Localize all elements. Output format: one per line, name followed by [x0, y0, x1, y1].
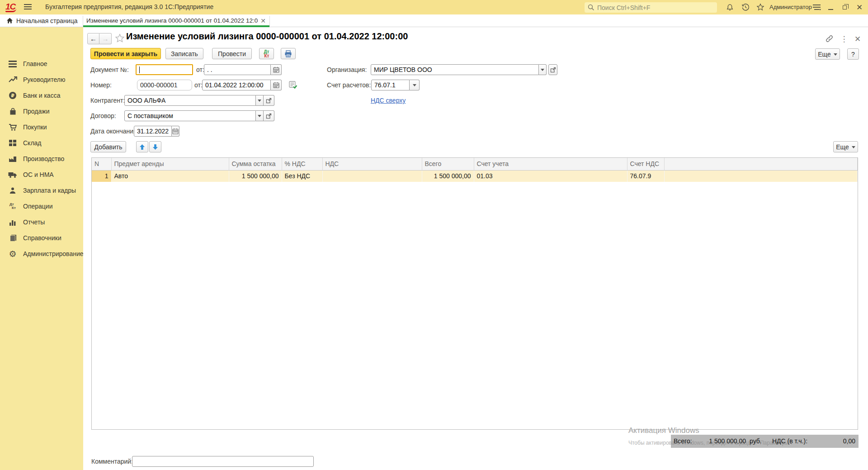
tab-active-document[interactable]: Изменение условий лизинга 0000-000001 от…: [83, 14, 269, 27]
end-date-input[interactable]: 31.12.2022: [134, 126, 179, 137]
cell-account[interactable]: 01.03: [474, 170, 627, 182]
add-to-favorites-star-icon[interactable]: [115, 33, 125, 44]
cell-vat-account[interactable]: 76.07.9: [627, 170, 664, 182]
write-label: Записать: [171, 50, 198, 57]
calendar-button[interactable]: [271, 64, 282, 75]
doc-no-input[interactable]: [136, 64, 193, 75]
dropdown-button[interactable]: [256, 95, 264, 106]
vat-mode-link[interactable]: НДС сверху: [371, 97, 406, 104]
end-date-value: 31.12.2022: [134, 126, 172, 137]
books-icon: [8, 233, 17, 242]
doc-date-input[interactable]: . .: [204, 64, 282, 75]
sidebar-item-sales[interactable]: Продажи: [0, 104, 83, 119]
favorites-star-icon[interactable]: [756, 3, 765, 12]
number-input[interactable]: 0000-000001: [137, 80, 192, 90]
col-lease-subject[interactable]: Предмет аренды: [111, 158, 229, 170]
more-button-table[interactable]: Еще: [833, 141, 858, 152]
col-total[interactable]: Всего: [422, 158, 474, 170]
more-dots-icon[interactable]: ⋮: [839, 34, 849, 44]
close-icon: ✕: [856, 4, 863, 11]
cell-empty[interactable]: [664, 170, 858, 182]
settlement-account-combo[interactable]: 76.07.1: [371, 80, 420, 90]
cell-balance-amount[interactable]: 1 500 000,00: [229, 170, 282, 182]
tab-home-label: Начальная страница: [16, 17, 77, 24]
sidebar-item-main[interactable]: Главное: [0, 56, 83, 71]
contract-combo[interactable]: С поставщиком: [124, 110, 274, 121]
minimize-button[interactable]: [824, 0, 837, 14]
windows-activation-watermark-line1: Активация Windows: [628, 426, 699, 435]
sections-panel: Главное Руководителю ₽ Банк и касса Прод…: [0, 27, 83, 470]
dropdown-button[interactable]: [539, 64, 547, 75]
sidebar-item-purchases[interactable]: Покупки: [0, 119, 83, 135]
sidebar-item-operations[interactable]: ДтКт Операции: [0, 199, 83, 214]
move-row-down-button[interactable]: [149, 141, 161, 152]
chevron-down-icon: [258, 100, 261, 104]
table-row[interactable]: 1 Авто 1 500 000,00 Без НДС 1 500 000,00…: [92, 170, 858, 182]
tab-active-label: Изменение условий лизинга 0000-000001 от…: [86, 17, 258, 24]
user-menu-icon[interactable]: [812, 3, 821, 12]
col-balance-amount[interactable]: Сумма остатка: [229, 158, 282, 170]
cell-total[interactable]: 1 500 000,00: [422, 170, 474, 182]
dropdown-button[interactable]: [410, 80, 420, 90]
write-button[interactable]: Записать: [165, 48, 203, 59]
col-account[interactable]: Счет учета: [474, 158, 627, 170]
help-button[interactable]: ?: [847, 48, 859, 60]
calendar-button[interactable]: [271, 80, 282, 90]
sidebar-item-production[interactable]: Производство: [0, 151, 83, 166]
history-icon[interactable]: [741, 3, 750, 12]
dropdown-button[interactable]: [256, 110, 264, 121]
global-search-input[interactable]: Поиск Ctrl+Shift+F: [585, 2, 717, 13]
organization-value: МИР ЦВЕТОВ ООО: [371, 64, 539, 75]
sidebar-item-warehouse[interactable]: Склад: [0, 135, 83, 151]
more-button-top[interactable]: Еще: [815, 48, 840, 60]
col-vat[interactable]: НДС: [322, 158, 422, 170]
open-button[interactable]: [548, 64, 557, 75]
current-user[interactable]: Администратор: [769, 4, 812, 10]
cell-vat-rate[interactable]: Без НДС: [282, 170, 322, 182]
sidebar-item-reports[interactable]: Отчеты: [0, 214, 83, 230]
close-window-button[interactable]: ✕: [853, 0, 866, 14]
post-button[interactable]: Провести: [212, 48, 252, 59]
print-button[interactable]: [281, 48, 296, 59]
back-button[interactable]: ←: [87, 33, 99, 44]
tab-close-icon[interactable]: ✕: [258, 17, 266, 24]
cell-vat[interactable]: [322, 170, 422, 182]
leasing-items-table[interactable]: N Предмет аренды Сумма остатка % НДС НДС…: [91, 157, 858, 430]
calendar-button[interactable]: [172, 126, 179, 137]
ruble-coin-icon: ₽: [8, 91, 17, 100]
organization-open[interactable]: [548, 64, 557, 75]
col-n[interactable]: N: [92, 158, 111, 170]
cell-lease-subject[interactable]: Авто: [111, 170, 229, 182]
doc-date-prefix: от:: [196, 64, 204, 75]
restore-button[interactable]: [838, 0, 851, 14]
forward-button[interactable]: →: [99, 33, 112, 44]
set-current-date-icon[interactable]: [288, 80, 297, 90]
post-and-close-button[interactable]: Провести и закрыть: [90, 48, 161, 59]
counterparty-combo[interactable]: ООО АЛЬФА: [124, 95, 274, 106]
main-menu-icon[interactable]: [24, 3, 32, 12]
add-row-button[interactable]: Добавить: [90, 141, 126, 152]
open-button[interactable]: [264, 110, 274, 121]
open-button[interactable]: [264, 95, 274, 106]
notifications-bell-icon[interactable]: [725, 3, 734, 12]
sidebar-item-payroll-hr[interactable]: Зарплата и кадры: [0, 183, 83, 198]
close-form-icon[interactable]: ✕: [853, 34, 863, 44]
cell-n[interactable]: 1: [92, 170, 111, 182]
date-input[interactable]: 01.04.2022 12:00:00: [202, 80, 282, 90]
sidebar-item-fixed-assets[interactable]: ОС и НМА: [0, 167, 83, 182]
tab-home[interactable]: Начальная страница: [0, 14, 84, 27]
nav-history-buttons: ← →: [87, 33, 112, 44]
comment-input[interactable]: [132, 456, 314, 467]
sidebar-item-bank-cash[interactable]: ₽ Банк и касса: [0, 88, 83, 103]
sidebar-item-administration[interactable]: ⚙ Администрирование: [0, 246, 83, 261]
organization-combo[interactable]: МИР ЦВЕТОВ ООО: [371, 64, 547, 75]
col-vat-account[interactable]: Счет НДС: [627, 158, 664, 170]
move-row-up-button[interactable]: [136, 141, 148, 152]
sidebar-item-references[interactable]: Справочники: [0, 230, 83, 246]
show-postings-dtkt-button[interactable]: ДтКт: [259, 48, 274, 59]
gear-icon: ⚙: [8, 249, 17, 258]
search-placeholder: Поиск Ctrl+Shift+F: [597, 4, 650, 11]
sidebar-item-manager[interactable]: Руководителю: [0, 72, 83, 87]
col-vat-rate[interactable]: % НДС: [282, 158, 322, 170]
get-link-icon[interactable]: [825, 34, 835, 44]
